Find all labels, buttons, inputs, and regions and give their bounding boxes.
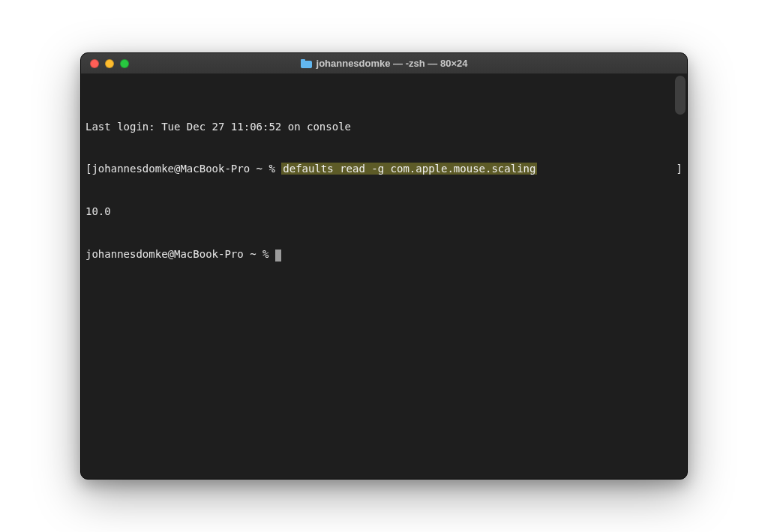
- terminal-window: johannesdomke — -zsh — 80×24 Last login:…: [80, 52, 688, 480]
- cursor-icon: [275, 250, 281, 262]
- prompt-prefix: [johannesdomke@MacBook-Pro ~ %: [86, 163, 281, 175]
- scrollbar-thumb[interactable]: [675, 76, 686, 115]
- last-login-text: Last login: Tue Dec 27 11:06:52 on conso…: [86, 120, 682, 134]
- prompt-line-2: johannesdomke@MacBook-Pro ~ %: [86, 247, 682, 262]
- command-highlight: defaults read -g com.apple.mouse.scaling: [281, 163, 537, 175]
- minimize-icon[interactable]: [105, 59, 114, 68]
- maximize-icon[interactable]: [120, 59, 129, 68]
- window-title: johannesdomke — -zsh — 80×24: [316, 58, 468, 69]
- close-icon[interactable]: [90, 59, 99, 68]
- title-center: johannesdomke — -zsh — 80×24: [81, 58, 687, 69]
- command-output: 10.0: [86, 205, 682, 219]
- terminal-body[interactable]: Last login: Tue Dec 27 11:06:52 on conso…: [81, 74, 687, 479]
- traffic-lights: [81, 59, 129, 68]
- folder-icon: [301, 59, 312, 68]
- prompt-line-1: [johannesdomke@MacBook-Pro ~ % defaults …: [86, 162, 682, 176]
- bracket-right: ]: [676, 162, 682, 176]
- titlebar[interactable]: johannesdomke — -zsh — 80×24: [81, 53, 687, 74]
